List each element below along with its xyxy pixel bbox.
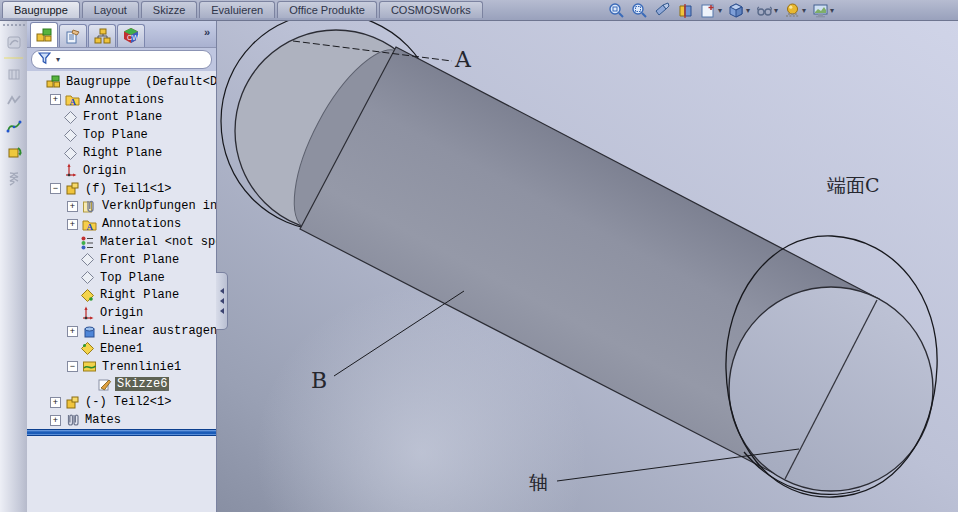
tree-item-linear-austragen1[interactable]: +Linear austragen1: [27, 322, 216, 340]
tree-item-right-plane[interactable]: Right Plane: [27, 144, 216, 162]
rollback-bar[interactable]: [27, 429, 216, 436]
command-tab-baugruppe[interactable]: Baugruppe: [2, 1, 80, 18]
spring-tool-button[interactable]: [0, 165, 27, 191]
mates-group-icon: [82, 199, 97, 214]
expand-toggle[interactable]: +: [50, 415, 61, 426]
expand-toggle[interactable]: −: [50, 183, 61, 194]
expand-toggle[interactable]: +: [67, 326, 78, 337]
zoom-to-area-button[interactable]: [629, 1, 650, 19]
plane-icon: [63, 146, 78, 161]
tree-item-right-plane[interactable]: Right Plane: [27, 287, 216, 305]
annotation-face-c[interactable]: 端面C: [827, 174, 880, 196]
tree-item-front-plane[interactable]: Front Plane: [27, 109, 216, 127]
hide-show-items-icon: [756, 2, 773, 19]
tree-item-baugruppe-default-dis[interactable]: Baugruppe (Default<Dis: [27, 73, 216, 91]
tree-item-mates[interactable]: +Mates: [27, 411, 216, 429]
panel-tab-featuremanager-tree[interactable]: [30, 22, 58, 47]
expand-toggle[interactable]: +: [67, 201, 78, 212]
linear-pattern-button[interactable]: [0, 61, 27, 87]
feature-tree: Baugruppe (Default<Dis+AAnnotationsFront…: [27, 71, 216, 429]
annotations-folder-icon: A: [82, 217, 97, 232]
annotation-b[interactable]: B: [311, 368, 327, 393]
command-tab-skizze[interactable]: Skizze: [141, 1, 197, 18]
tree-item-trennlinie1[interactable]: −Trennlinie1: [27, 358, 216, 376]
tree-item-annotations[interactable]: +AAnnotations: [27, 91, 216, 109]
expand-toggle[interactable]: +: [50, 94, 61, 105]
tree-item-origin[interactable]: Origin: [27, 162, 216, 180]
previous-view-button[interactable]: [652, 1, 673, 19]
view-orientation-icon: [700, 2, 717, 19]
view-orientation-dropdown-arrow[interactable]: ▾: [718, 6, 722, 15]
part-icon: [65, 395, 80, 410]
tree-item-front-plane[interactable]: Front Plane: [27, 251, 216, 269]
tree-item-origin[interactable]: Origin: [27, 304, 216, 322]
tree-item-material-not-spec[interactable]: Material <not spec: [27, 233, 216, 251]
section-view-icon: [677, 2, 694, 19]
expand-toggle[interactable]: +: [50, 397, 61, 408]
apply-scene-button[interactable]: ▾: [810, 1, 836, 19]
edit-appearance-dropdown-arrow[interactable]: ▾: [802, 6, 806, 15]
command-tab-evaluieren[interactable]: Evaluieren: [199, 1, 275, 18]
tree-item-label: Front Plane: [81, 110, 164, 124]
panel-tab-propertymanager[interactable]: [59, 24, 87, 47]
panel-tab-configurationmanager[interactable]: [88, 24, 116, 47]
command-tab-office-produkte[interactable]: Office Produkte: [277, 1, 377, 18]
filter-row: ▾: [27, 48, 216, 71]
display-style-dropdown-arrow[interactable]: ▾: [746, 6, 750, 15]
panel-tab-cosmosworks-manager[interactable]: CW: [117, 24, 145, 47]
material-icon: [80, 235, 95, 250]
tree-item-teil2-1[interactable]: +(-) Teil2<1>: [27, 393, 216, 411]
filter-funnel-icon: [38, 51, 51, 69]
assembly-toolbar: [0, 20, 28, 512]
tree-item-label: Top Plane: [98, 271, 167, 285]
modify-sketch-button[interactable]: [0, 139, 27, 165]
section-view-button[interactable]: [675, 1, 696, 19]
leader-b: [334, 291, 464, 376]
command-tab-cosmosworks[interactable]: COSMOSWorks: [379, 1, 483, 18]
tree-item-top-plane[interactable]: Top Plane: [27, 269, 216, 287]
hide-show-items-dropdown-arrow[interactable]: ▾: [774, 6, 778, 15]
filter-dropdown-arrow[interactable]: ▾: [56, 55, 60, 64]
view-orientation-button[interactable]: ▾: [698, 1, 724, 19]
edit-appearance-button[interactable]: ▾: [782, 1, 808, 19]
plane-icon: [63, 110, 78, 125]
tree-item-verkn-pfungen-in-b[interactable]: +VerknÜpfungen in B: [27, 198, 216, 216]
plane-highlight-icon: [80, 288, 95, 303]
panel-overflow-chevron[interactable]: »: [204, 26, 210, 38]
hide-show-items-button[interactable]: ▾: [754, 1, 780, 19]
zoom-to-fit-button[interactable]: [606, 1, 627, 19]
tree-item-f-teil1-1[interactable]: −(f) Teil1<1>: [27, 180, 216, 198]
apply-scene-dropdown-arrow[interactable]: ▾: [830, 6, 834, 15]
sketch-icon: [97, 377, 112, 392]
svg-text:A: A: [70, 97, 77, 107]
tree-item-annotations[interactable]: +AAnnotations: [27, 215, 216, 233]
tree-item-label: Origin: [98, 306, 145, 320]
solidworks-window: A B 端面C 轴 BaugruppeLayoutSkizzeEvaluiere…: [0, 0, 958, 512]
annotation-a[interactable]: A: [454, 47, 472, 72]
command-tab-layout[interactable]: Layout: [82, 1, 139, 18]
expand-toggle[interactable]: +: [67, 219, 78, 230]
toolbar-grip[interactable]: [0, 20, 27, 29]
spline-tool-button[interactable]: [0, 113, 27, 139]
display-style-icon: [728, 2, 745, 19]
panel-collapse-handle[interactable]: [216, 272, 228, 330]
filter-box[interactable]: ▾: [31, 50, 212, 69]
move-component-button[interactable]: [0, 87, 27, 113]
display-style-button[interactable]: ▾: [726, 1, 752, 19]
feature-manager-panel: CW» ▾ Baugruppe (Default<Dis+AAnnotation…: [27, 20, 217, 512]
tree-item-label: Right Plane: [98, 288, 181, 302]
expand-toggle[interactable]: −: [67, 361, 78, 372]
tree-item-label: Right Plane: [81, 146, 164, 160]
origin-icon: [80, 306, 95, 321]
zoom-to-fit-icon: [608, 2, 625, 19]
tree-item-label: (f) Teil1<1>: [83, 182, 173, 196]
insert-components-button[interactable]: [0, 29, 27, 55]
svg-text:A: A: [87, 221, 94, 231]
tree-item-ebene1[interactable]: Ebene1: [27, 340, 216, 358]
tree-item-label: Baugruppe (Default<Dis: [64, 75, 216, 89]
annotation-axis[interactable]: 轴: [529, 471, 548, 493]
tree-item-skizze6[interactable]: Skizze6: [27, 376, 216, 394]
tree-item-top-plane[interactable]: Top Plane: [27, 126, 216, 144]
tree-item-label: Origin: [81, 164, 128, 178]
previous-view-icon: [654, 2, 671, 19]
